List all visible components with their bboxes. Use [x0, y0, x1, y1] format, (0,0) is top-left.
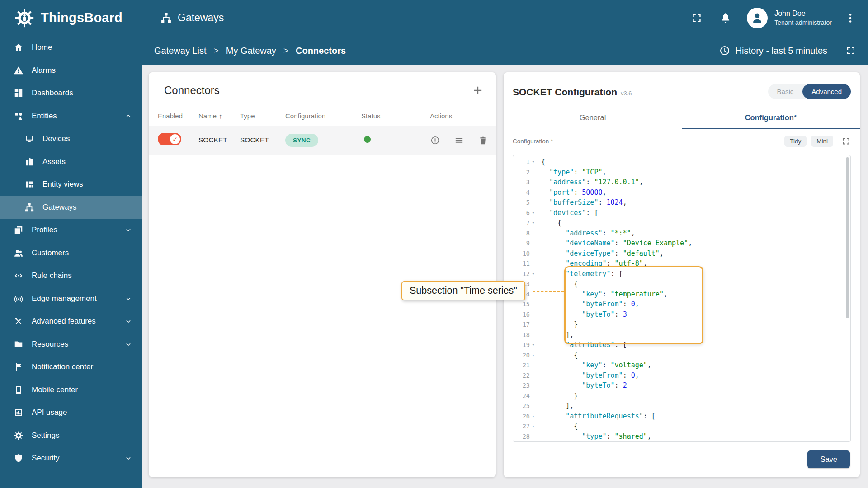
connector-name[interactable]: SOCKET	[198, 136, 240, 144]
tab-configuration[interactable]: Configuration*	[682, 106, 860, 129]
notification-icon	[14, 362, 24, 372]
line-number: 3	[513, 177, 537, 188]
sync-configuration-chip[interactable]: SYNC	[285, 134, 318, 147]
sidebar-item-label: Devices	[42, 134, 70, 143]
sidebar-item-assets[interactable]: Assets	[0, 150, 142, 174]
topbar: ThingsBoard Gateways John Doe Tenant adm…	[0, 0, 868, 36]
code-line-7: 7▾ {	[513, 218, 850, 228]
json-editor[interactable]: 1▾{2 "type": "TCP",3 "address": "127.0.0…	[513, 155, 851, 442]
connector-row[interactable]: ✓ SOCKET SOCKET SYNC	[149, 126, 496, 155]
config-tabs: General Configuration*	[504, 106, 860, 129]
api-icon	[14, 408, 24, 418]
sidebar-item-label: Edge management	[32, 294, 97, 303]
sidebar-item-entity-views[interactable]: Entity views	[0, 173, 142, 196]
chevron-up-icon	[124, 112, 132, 120]
mode-toggle-group: Basic Advanced	[768, 84, 851, 99]
sidebar-item-label: Alarms	[32, 66, 56, 75]
sidebar-item-gateways[interactable]: Gateways	[0, 196, 142, 219]
notifications-bell-button[interactable]	[720, 12, 731, 24]
sidebar-item-rule-chains[interactable]: Rule chains	[0, 264, 142, 287]
sidebar-item-entities[interactable]: Entities	[0, 105, 142, 128]
column-configuration: Configuration	[285, 112, 326, 120]
connector-errors-icon[interactable]	[430, 135, 440, 145]
kebab-menu-button[interactable]	[844, 12, 856, 24]
line-number: 5	[513, 197, 537, 208]
line-number: 2	[513, 167, 537, 178]
sidebar-item-customers[interactable]: Customers	[0, 242, 142, 265]
sidebar-item-advanced-features[interactable]: Advanced features	[0, 310, 142, 333]
fold-icon[interactable]: ▾	[530, 421, 537, 432]
line-number: 1▾	[513, 157, 537, 167]
fold-icon[interactable]: ▾	[530, 350, 537, 361]
mode-basic-button[interactable]: Basic	[768, 84, 803, 99]
fold-icon[interactable]: ▾	[530, 157, 537, 167]
code-line-27: 27▾ {	[513, 421, 850, 432]
avatar[interactable]	[747, 8, 768, 28]
breadcrumb-separator: >	[214, 46, 219, 56]
connector-logs-icon[interactable]	[454, 135, 464, 145]
save-button[interactable]: Save	[807, 450, 850, 468]
sidebar-item-alarms[interactable]: Alarms	[0, 59, 142, 82]
code-line-14: 14 "key": "temperature",	[513, 289, 850, 300]
sidebar-item-label: Assets	[42, 157, 66, 166]
sidebar-item-label: Gateways	[42, 203, 77, 212]
fold-icon[interactable]: ▾	[530, 411, 537, 422]
sidebar-item-settings[interactable]: Settings	[0, 424, 142, 447]
sidebar-item-notification-center[interactable]: Notification center	[0, 356, 142, 379]
sidebar-item-resources[interactable]: Resources	[0, 333, 142, 356]
sidebar: HomeAlarmsDashboardsEntitiesDevicesAsset…	[0, 36, 142, 488]
sidebar-item-api-usage[interactable]: API usage	[0, 401, 142, 424]
dashboard-fullscreen-button[interactable]	[845, 45, 856, 56]
sidebar-item-label: Settings	[32, 431, 59, 440]
connector-enabled-toggle[interactable]: ✓	[158, 133, 181, 145]
logo[interactable]: ThingsBoard	[0, 8, 142, 28]
fold-icon[interactable]: ▾	[530, 218, 537, 228]
sidebar-item-profiles[interactable]: Profiles	[0, 219, 142, 242]
mini-button[interactable]: Mini	[811, 136, 833, 147]
editor-scrollbar[interactable]	[846, 157, 849, 318]
tab-general[interactable]: General	[504, 106, 682, 129]
code-line-3: 3 "address": "127.0.0.1",	[513, 177, 850, 188]
connectors-card-header: Connectors	[149, 72, 496, 106]
breadcrumb: Gateway List > My Gateway > Connectors	[154, 46, 346, 56]
sidebar-item-mobile-center[interactable]: Mobile center	[0, 379, 142, 402]
user-name: John Doe	[774, 9, 832, 19]
fold-icon[interactable]: ▾	[530, 269, 537, 279]
line-number: 19▾	[513, 340, 537, 350]
annotation-connector-line	[533, 291, 564, 292]
line-number: 23	[513, 380, 537, 391]
code-line-11: 11 "encoding": "utf-8",	[513, 258, 850, 269]
code-line-20: 20▾ {	[513, 350, 850, 361]
line-number: 9	[513, 238, 537, 249]
history-control[interactable]: History - last 5 minutes	[719, 45, 856, 56]
code-line-18: 18 ],	[513, 330, 850, 340]
line-number: 10	[513, 249, 537, 259]
sidebar-item-devices[interactable]: Devices	[0, 127, 142, 150]
tidy-button[interactable]: Tidy	[784, 136, 807, 147]
delete-connector-icon[interactable]	[478, 135, 488, 145]
code-line-13: 13 {	[513, 279, 850, 289]
sidebar-item-label: Profiles	[32, 225, 57, 235]
mode-advanced-button[interactable]: Advanced	[802, 84, 851, 99]
breadcrumb-item-gateway-list[interactable]: Gateway List	[154, 46, 207, 56]
sidebar-item-edge-management[interactable]: Edge management	[0, 287, 142, 310]
breadcrumb-item-my-gateway[interactable]: My Gateway	[226, 46, 276, 56]
settings-icon	[14, 431, 24, 441]
editor-toolbar: Tidy Mini	[784, 136, 851, 147]
column-name[interactable]: Name	[198, 112, 217, 120]
fold-icon[interactable]: ▾	[530, 208, 537, 218]
config-title: SOCKET Configurationv3.6	[513, 84, 632, 102]
line-number: 11	[513, 258, 537, 269]
logo-text: ThingsBoard	[41, 10, 123, 25]
sidebar-item-home[interactable]: Home	[0, 36, 142, 59]
fullscreen-button[interactable]	[691, 12, 703, 24]
sidebar-item-dashboards[interactable]: Dashboards	[0, 82, 142, 105]
add-connector-button[interactable]	[472, 84, 484, 97]
sort-asc-icon[interactable]: ↑	[219, 112, 222, 120]
editor-fullscreen-icon[interactable]	[841, 136, 851, 146]
fold-icon[interactable]: ▾	[530, 340, 537, 350]
gateways-icon	[24, 202, 34, 212]
code-lines: 1▾{2 "type": "TCP",3 "address": "127.0.0…	[513, 155, 850, 441]
sidebar-item-security[interactable]: Security	[0, 447, 142, 470]
line-number: 28	[513, 432, 537, 442]
